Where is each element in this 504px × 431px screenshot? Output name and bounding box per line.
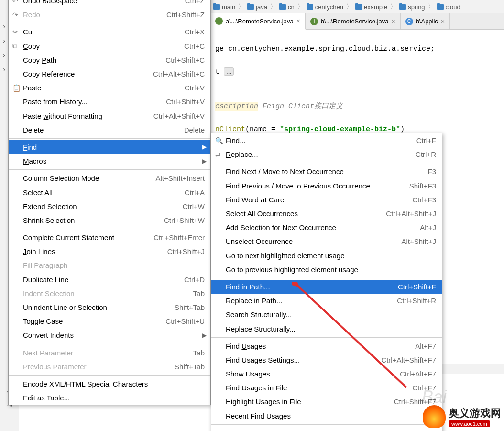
menu-item[interactable]: Encode XML/HTML Special Characters [9, 377, 210, 391]
menu-item[interactable]: 📋PasteCtrl+V [9, 81, 210, 95]
menu-item-label: Find Word at Caret [226, 196, 412, 204]
menu-item-label: Find [23, 143, 205, 151]
folder-icon [307, 4, 313, 10]
menu-item[interactable]: Show UsagesCtrl+Alt+F7 [211, 367, 442, 381]
menu-item[interactable]: Find in Path...Ctrl+Shift+F [211, 280, 442, 294]
menu-item-label: Previous Parameter [23, 363, 175, 371]
menu-item[interactable]: Replace in Path...Ctrl+Shift+R [211, 294, 442, 308]
menu-item[interactable]: Toggle CaseCtrl+Shift+U [9, 314, 210, 328]
menu-item: Indent SelectionTab [9, 287, 210, 300]
menu-item[interactable]: Complete Current StatementCtrl+Shift+Ent… [9, 231, 210, 244]
menu-item[interactable]: ⇄Replace...Ctrl+R [211, 147, 442, 161]
menu-item[interactable]: Go to next highlighted element usage [211, 249, 442, 263]
menu-item[interactable]: Highlight Usages in FileCtrl+Shift+F7 [211, 395, 442, 409]
menu-item[interactable]: Join LinesCtrl+Shift+J [9, 244, 210, 258]
editor-tab[interactable]: Ib\...\RemoteService.java× [306, 13, 401, 29]
flame-icon [423, 405, 446, 428]
menu-item[interactable]: Unindent Line or SelectionShift+Tab [9, 300, 210, 314]
close-icon[interactable]: × [296, 17, 300, 25]
menu-item[interactable]: Find Usages Settings...Ctrl+Alt+Shift+F7 [211, 353, 442, 367]
breadcrumb-item[interactable]: example [355, 3, 387, 11]
menu-item[interactable]: Find Next / Move to Next OccurrenceF3 [211, 165, 442, 178]
gutter-button[interactable]: › [0, 48, 8, 62]
chevron-right-icon: 〉 [297, 2, 304, 11]
menu-separator [211, 163, 442, 163]
menu-item[interactable]: Unselect OccurrenceAlt+Shift+J [211, 234, 442, 248]
menu-item[interactable]: Find▶ [9, 140, 210, 154]
folder-icon [437, 4, 444, 10]
breadcrumb-item[interactable]: cloud [437, 3, 460, 11]
menu-item[interactable]: ⧉CopyCtrl+C [9, 39, 210, 53]
menu-item-label: Complete Current Statement [23, 233, 153, 242]
menu-item-label: Copy Reference [23, 70, 153, 78]
menu-item[interactable]: Find UsagesAlt+F7 [211, 339, 442, 353]
gutter-button[interactable]: › [0, 33, 8, 48]
menu-item[interactable]: Copy PathCtrl+Shift+C [9, 53, 210, 67]
menu-item: Previous ParameterShift+Tab [9, 360, 210, 374]
menu-item-shortcut: Ctrl+Alt+Shift+F7 [381, 356, 436, 364]
breadcrumb-item[interactable]: java [247, 3, 267, 11]
menu-item[interactable]: Search Structurally... [211, 308, 442, 321]
breadcrumb-item[interactable]: cn [279, 3, 295, 11]
menu-item-shortcut: Ctrl+F7 [412, 384, 436, 392]
code-line: nClient(name = "spring-cloud-example-biz… [215, 125, 405, 133]
menu-separator [211, 424, 442, 425]
menu-item[interactable]: Find Usages in FileCtrl+F7 [211, 381, 442, 395]
menu-item[interactable]: Macros▶ [9, 154, 210, 168]
menu-item-icon: ⧉ [12, 42, 23, 50]
close-icon[interactable]: × [391, 18, 395, 25]
menu-item[interactable]: Extend SelectionCtrl+W [9, 199, 210, 213]
menu-item[interactable]: Go to previous highlighted element usage [211, 263, 442, 276]
menu-item[interactable]: Copy ReferenceCtrl+Alt+Shift+C [9, 67, 210, 81]
gutter-button[interactable]: › [0, 62, 8, 77]
menu-item[interactable]: Find by XPath...Ctrl+Alt+X, F [211, 426, 442, 431]
edit-menu: ↶Undo BackspaceCtrl+Z↷RedoCtrl+Shift+Z✂C… [8, 0, 211, 405]
menu-item[interactable]: Paste without FormattingCtrl+Alt+Shift+V [9, 109, 210, 123]
menu-item-label: Search Structurally... [226, 310, 436, 319]
menu-item-shortcut: Ctrl+Shift+R [397, 297, 436, 305]
menu-item[interactable]: Add Selection for Next OccurrenceAlt+J [211, 221, 442, 234]
menu-item[interactable]: 🔍Find...Ctrl+F [211, 133, 442, 147]
gutter-button[interactable]: › [0, 19, 8, 33]
menu-item[interactable]: Replace Structurally... [211, 321, 442, 335]
java-file-icon: I [215, 17, 223, 25]
menu-item: Next ParameterTab [9, 346, 210, 360]
menu-item[interactable]: Find Word at CaretCtrl+F3 [211, 193, 442, 207]
tab-label: b\Applic [416, 18, 438, 25]
menu-item[interactable]: Select All OccurrencesCtrl+Alt+Shift+J [211, 207, 442, 221]
menu-item-label: Cut [23, 28, 185, 36]
menu-item-label: Unselect Occurrence [226, 237, 401, 245]
menu-item[interactable]: Select AllCtrl+A [9, 185, 210, 199]
menu-item[interactable]: Edit as Table... [9, 391, 210, 405]
menu-item-label: Find... [226, 136, 416, 144]
menu-item[interactable]: ↶Undo BackspaceCtrl+Z [9, 0, 210, 8]
menu-item-shortcut: Ctrl+Shift+Enter [153, 233, 205, 242]
menu-item[interactable]: Recent Find Usages▶ [211, 409, 442, 423]
close-icon[interactable]: × [441, 18, 445, 25]
menu-item[interactable]: DeleteDelete [9, 123, 210, 137]
menu-item[interactable]: Column Selection ModeAlt+Shift+Insert [9, 171, 210, 185]
menu-item[interactable]: Duplicate LineCtrl+D [9, 273, 210, 287]
menu-item-label: Next Parameter [23, 349, 193, 357]
menu-item[interactable]: Shrink SelectionCtrl+Shift+W [9, 213, 210, 227]
menu-item: ↷RedoCtrl+Shift+Z [9, 8, 210, 22]
menu-item-shortcut: Alt+J [420, 223, 436, 232]
breadcrumb-item[interactable]: centychen [307, 3, 343, 11]
menu-item-icon: ↶ [12, 0, 23, 5]
breadcrumb-item[interactable]: spring [399, 3, 425, 11]
menu-item-label: Copy [23, 42, 184, 50]
menu-separator [9, 169, 210, 170]
menu-item[interactable]: Convert Indents▶ [9, 328, 210, 342]
menu-item-label: Indent Selection [23, 289, 193, 298]
editor-tab[interactable]: Cb\Applic× [401, 13, 450, 29]
menu-item-label: Go to next highlighted element usage [226, 252, 436, 260]
menu-item[interactable]: Paste from History...Ctrl+Shift+V [9, 95, 210, 109]
breadcrumb-item[interactable]: main [213, 3, 235, 11]
watermark-text: 奥义游戏网 [449, 406, 501, 420]
editor-tab[interactable]: Ia\...\RemoteService.java× [210, 13, 306, 30]
menu-item-icon: ↷ [12, 11, 23, 19]
menu-item[interactable]: ✂CutCtrl+X [9, 25, 210, 39]
menu-item-label: Find by XPath... [226, 429, 395, 431]
menu-item[interactable]: Find Previous / Move to Previous Occurre… [211, 179, 442, 193]
breadcrumb-label: main [222, 3, 235, 11]
